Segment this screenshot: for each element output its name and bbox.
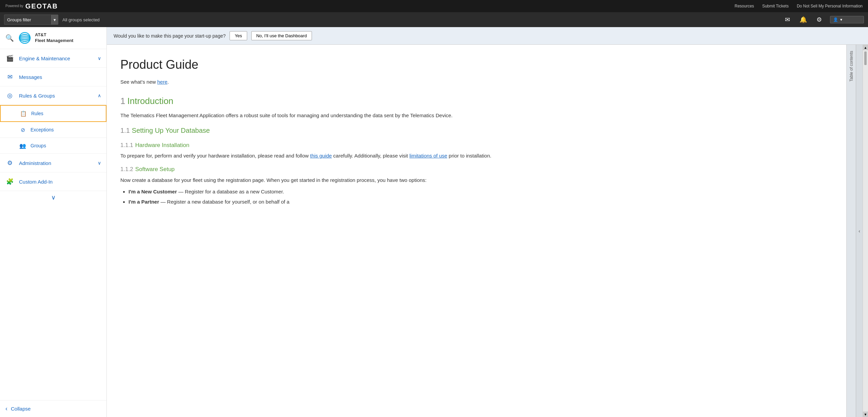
here-link[interactable]: here — [157, 79, 167, 85]
user-dropdown-arrow: ▾ — [840, 17, 842, 22]
section-1-1-2-num: 1.1.2 — [120, 166, 133, 172]
company-name-line2: Fleet Management — [35, 38, 73, 44]
content-area: Would you like to make this page your st… — [107, 27, 868, 417]
user-menu[interactable]: 👤 ▾ — [830, 16, 864, 23]
sidebar-item-rules[interactable]: 📋 Rules — [0, 105, 106, 122]
scroll-down-button[interactable]: ▼ — [863, 412, 868, 417]
scroll-down-icon: ∨ — [51, 194, 56, 201]
limitations-link[interactable]: limitations of use — [409, 153, 447, 159]
user-icon: 👤 — [833, 17, 838, 22]
email-icon[interactable]: ✉ — [784, 15, 791, 25]
scroll-up-button[interactable]: ▲ — [863, 45, 868, 50]
nav-item-left: ◎ Rules & Groups — [5, 91, 55, 100]
rules-groups-chevron-icon: ∧ — [98, 93, 101, 98]
company-info: AT&T Fleet Management — [18, 31, 73, 45]
filter-value-text: All groups selected — [62, 17, 100, 22]
logo-area: Powered by GEOTAB — [5, 2, 58, 10]
powered-by-text: Powered by — [5, 4, 23, 8]
geotab-logo: GEOTAB — [25, 2, 58, 10]
nav-item-left: ✉ Messages — [5, 72, 42, 81]
nav-item-left: ⚙ Administration — [5, 159, 51, 167]
scroll-thumb[interactable] — [864, 51, 867, 65]
sidebar-item-administration[interactable]: ⚙ Administration ∨ — [0, 154, 106, 172]
scroll-left-arrow[interactable]: ‹ — [856, 45, 863, 417]
section-1-1-num: 1.1 — [120, 127, 130, 134]
search-icon[interactable]: 🔍 — [5, 34, 14, 42]
rules-groups-icon: ◎ — [5, 91, 14, 100]
custom-add-in-icon: 🧩 — [5, 177, 14, 186]
rules-label: Rules — [31, 111, 43, 116]
section-1-1-2-body: Now create a database for your fleet usi… — [120, 176, 833, 184]
custom-add-in-label: Custom Add-In — [19, 179, 53, 185]
no-dashboard-button[interactable]: No, I'll use the Dashboard — [251, 31, 312, 40]
company-name-line1: AT&T — [35, 32, 73, 38]
groups-filter-dropdown[interactable]: Groups filter ▾ — [4, 15, 58, 25]
guide-title: Product Guide — [120, 55, 833, 75]
main-layout: 🔍 AT&T Fleet Management — [0, 27, 868, 417]
list-item-new-customer: I'm a New Customer — Register for a data… — [129, 188, 833, 196]
messages-label: Messages — [19, 74, 42, 80]
sidebar: 🔍 AT&T Fleet Management — [0, 27, 107, 417]
this-guide-link[interactable]: this guide — [310, 153, 332, 159]
nav-item-left: 🧩 Custom Add-In — [5, 177, 53, 186]
administration-icon: ⚙ — [5, 159, 14, 167]
sidebar-scroll-down[interactable]: ∨ — [0, 191, 106, 204]
toc-label[interactable]: Table of contents — [849, 48, 854, 84]
sidebar-item-engine[interactable]: 🎬 Engine & Maintenance ∨ — [0, 49, 106, 68]
startup-question: Would you like to make this page your st… — [114, 33, 225, 39]
sidebar-header: 🔍 AT&T Fleet Management — [0, 27, 106, 49]
messages-icon: ✉ — [5, 72, 14, 81]
sidebar-item-custom-add-in[interactable]: 🧩 Custom Add-In — [0, 172, 106, 191]
top-navigation: Resources Submit Tickets Do Not Sell My … — [735, 4, 863, 8]
resources-link[interactable]: Resources — [735, 4, 754, 8]
submit-tickets-link[interactable]: Submit Tickets — [762, 4, 789, 8]
sidebar-item-groups[interactable]: 👥 Groups — [0, 138, 106, 154]
see-new-text: See what's new here. — [120, 78, 833, 86]
groups-filter-label: Groups filter — [7, 17, 51, 22]
administration-chevron-icon: ∨ — [98, 160, 101, 166]
exceptions-label: Exceptions — [31, 127, 54, 132]
filter-bar: Groups filter ▾ All groups selected ✉ 🔔 … — [0, 12, 868, 27]
toc-sidebar[interactable]: Table of contents — [846, 45, 856, 417]
groups-icon: 👥 — [19, 142, 26, 149]
do-not-sell-link[interactable]: Do Not Sell My Personal Information — [797, 4, 863, 8]
list-options: I'm a New Customer — Register for a data… — [129, 188, 833, 206]
guide-wrapper: Product Guide See what's new here. 1Intr… — [107, 45, 868, 417]
gear-icon[interactable]: ⚙ — [815, 15, 823, 25]
section-1-1-1-heading: 1.1.1Hardware Installation — [120, 141, 833, 150]
sidebar-item-messages[interactable]: ✉ Messages — [0, 68, 106, 86]
section-1-num: 1 — [120, 96, 125, 106]
section-1-1-1-body: To prepare for, perform and verify your … — [120, 152, 833, 160]
vertical-scrollbar[interactable]: ▲ ▼ — [863, 45, 868, 417]
engine-chevron-icon: ∨ — [98, 56, 101, 61]
company-logo — [18, 31, 32, 45]
sidebar-item-exceptions[interactable]: ⊘ Exceptions — [0, 122, 106, 138]
guide-content: Product Guide See what's new here. 1Intr… — [107, 45, 846, 417]
section-1-1-heading: 1.1Setting Up Your Database — [120, 125, 833, 136]
exceptions-icon: ⊘ — [19, 126, 26, 133]
startup-bar: Would you like to make this page your st… — [107, 27, 868, 45]
yes-button[interactable]: Yes — [230, 31, 247, 40]
collapse-icon: ‹ — [5, 405, 7, 412]
engine-icon: 🎬 — [5, 54, 14, 63]
sidebar-item-rules-groups[interactable]: ◎ Rules & Groups ∧ — [0, 86, 106, 105]
engine-label: Engine & Maintenance — [19, 56, 70, 61]
section-1-1-2-heading: 1.1.2Software Setup — [120, 165, 833, 174]
section-1-heading: 1Introduction — [120, 94, 833, 108]
groups-label: Groups — [31, 143, 46, 148]
scroll-left-icon: ‹ — [859, 228, 860, 234]
bell-icon[interactable]: 🔔 — [798, 15, 808, 25]
rules-groups-label: Rules & Groups — [19, 93, 55, 99]
search-row: 🔍 AT&T Fleet Management — [5, 31, 101, 45]
collapse-label: Collapse — [11, 406, 31, 412]
list-item-partner: I'm a Partner — Register a new database … — [129, 198, 833, 206]
dropdown-arrow-icon: ▾ — [51, 15, 58, 24]
nav-item-left: 🎬 Engine & Maintenance — [5, 54, 70, 63]
filterbar-right-icons: ✉ 🔔 ⚙ 👤 ▾ — [784, 15, 864, 25]
scroll-track — [863, 50, 868, 412]
sidebar-collapse-item[interactable]: ‹ Collapse — [0, 400, 106, 417]
section-1-1-1-num: 1.1.1 — [120, 142, 133, 148]
administration-label: Administration — [19, 160, 51, 166]
section-1-body: The Telematics Fleet Management Applicat… — [120, 111, 833, 120]
top-bar: Powered by GEOTAB Resources Submit Ticke… — [0, 0, 868, 12]
